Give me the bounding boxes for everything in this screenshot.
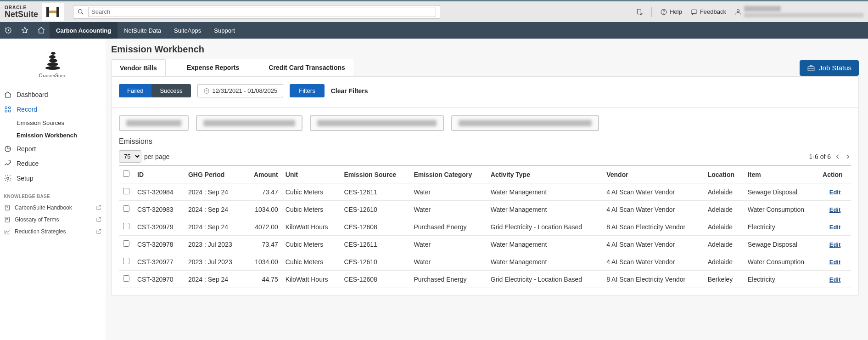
cell-category: Water xyxy=(410,236,487,253)
history-icon[interactable] xyxy=(0,22,17,39)
row-checkbox[interactable] xyxy=(123,240,129,247)
nav-tab-support[interactable]: Support xyxy=(207,22,241,39)
filter-row: Failed Success 12/31/2021 - 01/08/2025 F… xyxy=(119,84,851,97)
user-menu[interactable] xyxy=(734,6,863,17)
tab-expense-reports[interactable]: Expense Reports xyxy=(179,59,247,76)
date-range-picker[interactable]: 12/31/2021 - 01/08/2025 xyxy=(197,84,284,97)
kb-glossary[interactable]: Glossary of Terms xyxy=(0,214,106,226)
row-checkbox[interactable] xyxy=(123,188,129,194)
status-toggle: Failed Success xyxy=(119,84,191,97)
filter-chip[interactable] xyxy=(451,115,599,131)
col-item[interactable]: Item xyxy=(744,166,819,183)
row-checkbox[interactable] xyxy=(123,223,129,229)
external-link-icon xyxy=(95,228,102,235)
col-source[interactable]: Emission Source xyxy=(340,166,410,183)
cell-source: CES-12608 xyxy=(340,271,410,288)
select-all-checkbox[interactable] xyxy=(123,170,129,177)
col-location[interactable]: Location xyxy=(704,166,744,183)
edit-link[interactable]: Edit xyxy=(829,189,841,196)
emissions-table: ID GHG Period Amount Unit Emission Sourc… xyxy=(119,165,851,288)
sidebar-sub-emission-sources[interactable]: Emission Sources xyxy=(0,117,106,129)
feedback-link[interactable]: Feedback xyxy=(690,8,726,16)
svg-point-3 xyxy=(78,9,82,13)
svg-point-12 xyxy=(49,59,57,62)
cell-item: Sewage Disposal xyxy=(744,236,819,253)
sidebar-item-record[interactable]: Record xyxy=(0,102,106,117)
edit-link[interactable]: Edit xyxy=(829,241,841,248)
per-page-select[interactable]: 75 xyxy=(119,150,141,163)
workbench-panel: Failed Success 12/31/2021 - 01/08/2025 F… xyxy=(111,76,859,296)
edit-link[interactable]: Edit xyxy=(829,206,841,213)
filter-chip[interactable] xyxy=(196,115,302,131)
job-status-button[interactable]: Job Status xyxy=(800,60,859,76)
create-icon[interactable] xyxy=(636,8,643,16)
sidebar-item-setup[interactable]: Setup xyxy=(0,171,106,186)
edit-link[interactable]: Edit xyxy=(829,259,841,266)
cell-item: Sewage Disposal xyxy=(744,183,819,201)
sidebar-item-reduce[interactable]: Reduce xyxy=(0,156,106,171)
svg-point-17 xyxy=(5,110,7,113)
col-activity[interactable]: Activity Type xyxy=(487,166,603,183)
svg-point-9 xyxy=(737,9,739,11)
kb-heading: KNOWLEDGE BASE xyxy=(0,186,106,202)
cell-amount: 1034.00 xyxy=(245,201,282,218)
cell-amount: 73.47 xyxy=(245,183,282,201)
nav-tab-suiteapps[interactable]: SuiteApps xyxy=(168,22,207,39)
cell-id: CST-320978 xyxy=(134,236,185,253)
home-icon[interactable] xyxy=(33,22,50,39)
topbar-right: Help Feedback xyxy=(636,6,863,17)
cell-vendor: 8 AI Scan Electricity Vendor xyxy=(603,271,704,288)
cell-source: CES-12611 xyxy=(340,183,410,201)
cell-item: Water Consumption xyxy=(744,201,819,218)
star-icon[interactable] xyxy=(17,22,33,39)
tab-credit-card-transactions[interactable]: Credit Card Transactions xyxy=(260,59,353,76)
help-link[interactable]: Help xyxy=(660,8,682,16)
tab-vendor-bills[interactable]: Vendor Bills xyxy=(111,59,166,76)
global-search[interactable] xyxy=(73,5,440,19)
filter-chip[interactable] xyxy=(310,115,444,131)
table-row: CST-3209832024 : Sep 241034.00Cubic Mete… xyxy=(119,201,851,218)
cell-activity: Grid Electricity - Location Based xyxy=(487,218,603,236)
failed-button[interactable]: Failed xyxy=(119,84,151,97)
table-row: CST-3209782023 : Jul 202373.47Cubic Mete… xyxy=(119,236,851,253)
search-input[interactable] xyxy=(88,7,436,17)
col-vendor[interactable]: Vendor xyxy=(603,166,704,183)
chevron-left-icon[interactable] xyxy=(834,153,841,160)
col-amount[interactable]: Amount xyxy=(245,166,282,183)
row-checkbox[interactable] xyxy=(123,258,129,264)
cell-id: CST-320983 xyxy=(134,201,185,218)
kb-handbook[interactable]: CarbonSuite Handbook xyxy=(0,202,106,214)
col-unit[interactable]: Unit xyxy=(282,166,341,183)
edit-link[interactable]: Edit xyxy=(829,276,841,283)
col-id[interactable]: ID xyxy=(134,166,185,183)
filter-chip[interactable] xyxy=(119,115,189,131)
cell-source: CES-12608 xyxy=(340,218,410,236)
record-icon xyxy=(4,105,12,113)
filters-button[interactable]: Filters xyxy=(290,84,324,97)
row-checkbox[interactable] xyxy=(123,205,129,212)
gear-icon xyxy=(4,174,12,182)
cell-item: Electricity xyxy=(744,218,819,236)
cell-vendor: 4 AI Scan Water Vendor xyxy=(603,253,704,271)
clock-icon xyxy=(203,88,210,94)
sidebar-item-report[interactable]: Report xyxy=(0,142,106,156)
cell-activity: Water Management xyxy=(487,253,603,271)
cell-location: Adelaide xyxy=(704,218,744,236)
sidebar-sub-emission-workbench[interactable]: Emission Workbench xyxy=(0,129,106,142)
chevron-right-icon[interactable] xyxy=(845,153,851,160)
svg-rect-25 xyxy=(808,67,814,71)
sidebar-item-dashboard[interactable]: Dashboard xyxy=(0,87,106,102)
nav-tab-netsuite-data[interactable]: NetSuite Data xyxy=(118,22,168,39)
cell-amount: 44.75 xyxy=(245,271,282,288)
cell-unit: KiloWatt Hours xyxy=(282,271,341,288)
external-link-icon xyxy=(95,216,102,223)
clear-filters-link[interactable]: Clear Filters xyxy=(331,87,368,95)
svg-rect-0 xyxy=(46,7,49,17)
col-category[interactable]: Emission Category xyxy=(410,166,487,183)
row-checkbox[interactable] xyxy=(123,275,129,282)
col-ghg[interactable]: GHG Period xyxy=(185,166,245,183)
success-button[interactable]: Success xyxy=(151,84,190,97)
edit-link[interactable]: Edit xyxy=(829,224,841,231)
kb-reduction[interactable]: Reduction Strategies xyxy=(0,226,106,238)
nav-tab-carbon-accounting[interactable]: Carbon Accounting xyxy=(50,22,118,39)
